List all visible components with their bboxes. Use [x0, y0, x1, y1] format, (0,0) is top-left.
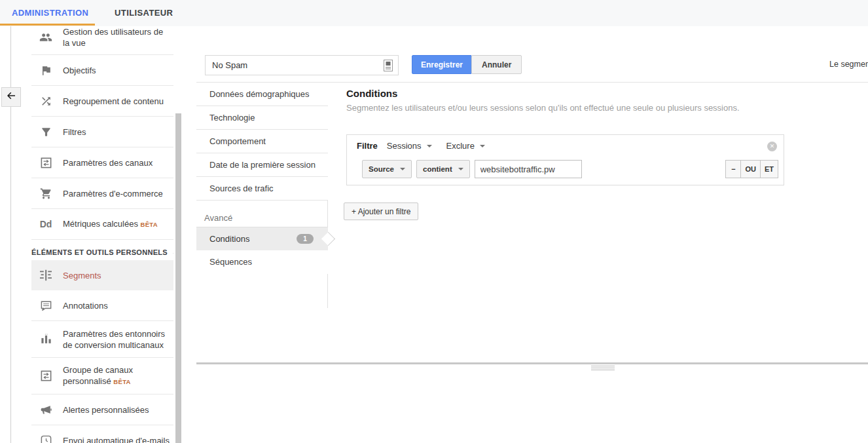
sidebar-item-label: Paramètres d'e-commerce — [63, 188, 167, 199]
nav-item-sequences[interactable]: Séquences — [196, 250, 328, 274]
advanced-section-label: Avancé — [196, 210, 328, 227]
conditions-description: Segmentez les utilisateurs et/ou leurs s… — [346, 103, 740, 113]
segment-name-input[interactable] — [205, 55, 399, 75]
chevron-down-icon — [427, 145, 432, 147]
tab-utilisateur[interactable]: UTILISATEUR — [115, 0, 173, 26]
sidebar-item-envoi-emails[interactable]: Envoi automatique d'e-mails — [31, 425, 173, 443]
sidebar-item-label: Regroupement de contenu — [63, 96, 168, 107]
sidebar-item-filtres[interactable]: Filtres — [31, 117, 173, 147]
nav-item-traffic-sources[interactable]: Sources de trafic — [196, 177, 328, 201]
sidebar-item-objectifs[interactable]: Objectifs — [31, 55, 173, 86]
sidebar-item-label: Gestion des utilisateurs de la vue — [63, 26, 173, 48]
sidebar-item-label: Groupe de canaux personnalisé BÊTA — [63, 364, 173, 387]
sidebar-section-header: ÉLÉMENTS ET OUTILS PERSONNELS — [31, 240, 173, 260]
megaphone-icon — [38, 404, 54, 416]
panel-bottom-divider — [196, 362, 868, 364]
logic-button-group: − OU ET — [726, 160, 778, 178]
people-icon — [38, 31, 54, 44]
segments-icon — [38, 269, 54, 281]
sidebar-item-regroupement-contenu[interactable]: Regroupement de contenu — [31, 86, 173, 117]
sidebar-item-label: Métriques calculées BÊTA — [63, 218, 162, 230]
sidebar-item-label: Filtres — [63, 126, 90, 138]
channel-settings-icon — [38, 157, 54, 169]
close-icon[interactable]: ✕ — [767, 142, 777, 151]
field-marker-icon — [384, 60, 393, 71]
nav-item-technology[interactable]: Technologie — [196, 106, 328, 130]
selected-arrow — [321, 232, 335, 246]
beta-badge: BÊTA — [141, 221, 158, 228]
annotations-icon — [38, 299, 54, 312]
nav-item-conditions[interactable]: Conditions 1 — [196, 227, 328, 250]
sidebar-item-label: Paramètres des canaux — [63, 157, 156, 168]
save-button[interactable]: Enregistrer — [412, 55, 472, 74]
filter-condition-row: Source contient — [362, 160, 582, 178]
chevron-down-icon — [458, 168, 463, 170]
sidebar-item-ecommerce[interactable]: Paramètres d'e-commerce — [31, 178, 173, 209]
sidebar-item-parametres-canaux[interactable]: Paramètres des canaux — [31, 147, 173, 178]
nav-item-behavior[interactable]: Comportement — [196, 130, 328, 153]
sidebar-item-entonnoirs-multicanaux[interactable]: Paramètres des entonnoirs de conversion … — [31, 321, 173, 358]
dimension-dropdown[interactable]: Source — [362, 160, 412, 178]
filter-scope-dropdown[interactable]: Sessions — [387, 141, 432, 151]
sidebar-item-label: Segments — [63, 270, 105, 281]
sidebar-item-label: Alertes personnalisées — [63, 404, 153, 415]
filter-card: Filtre Sessions Exclure ✕ Source contien… — [346, 134, 784, 185]
operator-dropdown[interactable]: contient — [416, 160, 470, 178]
sidebar-item-label: Envoi automatique d'e-mails — [63, 435, 173, 443]
resize-drag-handle[interactable] — [591, 366, 615, 372]
calculated-metrics-icon: Dd — [38, 219, 54, 229]
and-button[interactable]: ET — [760, 160, 778, 178]
filter-label: Filtre — [357, 141, 378, 151]
tab-administration[interactable]: ADMINISTRATION — [12, 0, 88, 26]
add-filter-button[interactable]: + Ajouter un filtre — [344, 202, 418, 220]
beta-badge: BÊTA — [113, 378, 130, 385]
filter-action-dropdown[interactable]: Exclure — [446, 141, 485, 151]
or-button[interactable]: OU — [740, 160, 761, 178]
admin-sidebar: Gestion des utilisateurs de la vue Objec… — [31, 20, 173, 443]
scheduled-email-icon — [38, 434, 54, 443]
sidebar-item-groupe-canaux[interactable]: Groupe de canaux personnalisé BÊTA — [31, 358, 173, 395]
conditions-title: Conditions — [346, 88, 397, 99]
analytics-admin-screen: ADMINISTRATION UTILISATEUR Gestion des u… — [0, 0, 868, 443]
sidebar-item-label: Objectifs — [63, 65, 100, 76]
filter-value-input[interactable] — [475, 160, 582, 178]
sidebar-item-label: Annotations — [63, 300, 112, 311]
sidebar-item-label: Paramètres des entonnoirs de conversion … — [63, 328, 173, 351]
nav-gap — [196, 201, 328, 210]
sidebar-item-annotations[interactable]: Annotations — [31, 290, 173, 321]
chevron-down-icon — [480, 145, 485, 147]
segment-note-text: Le segment — [829, 60, 868, 69]
back-button[interactable] — [1, 87, 21, 107]
chevron-down-icon — [400, 168, 405, 170]
bar-chart-icon — [38, 333, 54, 345]
filter-header-row: Filtre Sessions Exclure — [357, 141, 499, 151]
content-grouping-icon — [38, 95, 54, 107]
segment-builder-nav: Données démographiques Technologie Compo… — [196, 83, 328, 274]
cancel-button[interactable]: Annuler — [471, 55, 522, 74]
remove-condition-button[interactable]: − — [725, 160, 741, 178]
top-tab-bar: ADMINISTRATION UTILISATEUR — [0, 0, 868, 26]
channel-group-icon — [38, 370, 54, 382]
nav-item-demographics[interactable]: Données démographiques — [196, 83, 328, 106]
sidebar-item-segments[interactable]: Segments — [31, 260, 173, 290]
sidebar-scrollbar[interactable] — [175, 113, 181, 443]
active-tab-underline — [0, 24, 95, 26]
nav-item-first-session-date[interactable]: Date de la première session — [196, 153, 328, 177]
nav-item-label: Conditions — [209, 234, 249, 244]
filter-funnel-icon — [38, 126, 54, 138]
shopping-cart-icon — [38, 187, 54, 200]
conditions-count-badge: 1 — [297, 234, 314, 244]
flag-icon — [38, 64, 54, 77]
sidebar-item-metriques-calculees[interactable]: Dd Métriques calculées BÊTA — [31, 209, 173, 240]
sidebar-item-alertes[interactable]: Alertes personnalisées — [31, 395, 173, 425]
back-arrow-icon — [5, 90, 17, 104]
